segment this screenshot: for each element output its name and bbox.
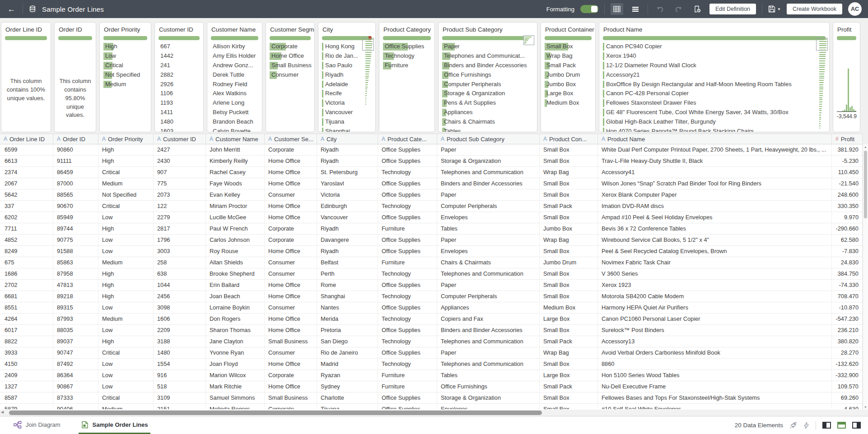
table-cell[interactable]: 1606: [154, 314, 206, 324]
table-cell[interactable]: Yaroslavl: [317, 178, 378, 189]
table-cell[interactable]: Telephones and Communication: [437, 167, 540, 178]
profile-value-item[interactable]: Derek Tuttle: [207, 70, 262, 80]
table-cell[interactable]: Belfast: [317, 257, 378, 268]
table-cell[interactable]: Corporate: [265, 144, 317, 155]
profile-value-item[interactable]: Canon PC-428 Personal Copier: [599, 89, 829, 98]
table-cell[interactable]: Brooke Shepherd: [206, 268, 265, 279]
profile-card-5[interactable]: Customer NameAllison KirbyAmy Ellis Hold…: [207, 22, 262, 132]
table-cell[interactable]: Low: [98, 370, 154, 381]
table-cell[interactable]: Perth: [317, 268, 378, 279]
table-cell[interactable]: Motorola SB4200 Cable Modem: [598, 291, 832, 302]
profile-value-item[interactable]: Large Box: [541, 89, 595, 98]
column-header-order-id[interactable]: AOrder ID: [53, 134, 98, 144]
table-cell[interactable]: 86364: [53, 370, 98, 381]
table-cell[interactable]: Small Box: [540, 246, 598, 257]
table-cell[interactable]: Tables: [437, 370, 540, 381]
table-cell[interactable]: 62.580: [832, 235, 863, 245]
table-cell[interactable]: 85949: [53, 212, 98, 223]
table-cell[interactable]: Kimberly Reilly: [206, 156, 265, 166]
column-header-product-name[interactable]: AProduct Name: [598, 134, 832, 144]
table-cell[interactable]: Envelopes: [437, 246, 540, 257]
table-cell[interactable]: 6613: [0, 156, 53, 166]
table-cell[interactable]: Home Office: [265, 156, 317, 166]
table-cell[interactable]: 2427: [154, 144, 206, 155]
table-cell[interactable]: 90406: [53, 404, 98, 409]
profile-value-item[interactable]: Pens & Art Supplies: [439, 98, 537, 108]
table-cell[interactable]: 3003: [154, 246, 206, 257]
profile-value-item[interactable]: Brandon Beach: [207, 117, 262, 127]
table-cell[interactable]: Office Furnishings: [437, 381, 540, 392]
table-cell[interactable]: 518: [154, 381, 206, 392]
table-cell[interactable]: 2456: [154, 291, 206, 302]
table-cell[interactable]: 8860: [598, 359, 832, 369]
table-cell[interactable]: 89037: [53, 336, 98, 347]
table-cell[interactable]: Telephones and Communication: [437, 359, 540, 369]
table-cell[interactable]: Furniture: [378, 257, 437, 268]
table-cell[interactable]: 47813: [53, 280, 98, 291]
table-cell[interactable]: 90747: [53, 347, 98, 358]
profile-value-item[interactable]: Wrap Bag: [541, 51, 595, 61]
table-cell[interactable]: 675: [0, 257, 53, 268]
table-cell[interactable]: Large Box: [540, 314, 598, 324]
profile-card-4[interactable]: Customer ID66714422412882292611061193141…: [154, 22, 204, 132]
table-cell[interactable]: Small Business: [265, 392, 317, 403]
table-cell[interactable]: Tijuana: [317, 404, 378, 409]
table-cell[interactable]: Riyadh: [317, 144, 378, 155]
table-cell[interactable]: Nantes: [317, 302, 378, 313]
profile-value-item[interactable]: Storage & Organization: [439, 89, 537, 98]
column-header-order-line-id[interactable]: AOrder Line ID: [0, 134, 53, 144]
table-cell[interactable]: Victoria: [317, 189, 378, 200]
table-cell[interactable]: 90670: [53, 201, 98, 212]
right-panel-layout-icon[interactable]: [852, 422, 861, 429]
table-cell[interactable]: Medium: [98, 257, 154, 268]
profile-card-11[interactable]: Product NameCanon PC940 CopierXerox 1940…: [599, 22, 830, 132]
profile-value-item[interactable]: 1603: [155, 127, 203, 132]
profile-value-item[interactable]: Calvin Boyette: [207, 127, 262, 132]
table-cell[interactable]: Don Rogers: [206, 314, 265, 324]
table-cell[interactable]: 248.600: [832, 189, 863, 200]
profile-value-item[interactable]: Alex Watkins: [207, 89, 262, 98]
table-cell[interactable]: 5642: [0, 189, 53, 200]
profile-card-8[interactable]: Product CategoryOffice SuppliesTechnolog…: [379, 22, 435, 132]
table-cell[interactable]: Rachel Casey: [206, 167, 265, 178]
table-cell[interactable]: Evan Kelley: [206, 189, 265, 200]
table-cell[interactable]: Sydney: [317, 381, 378, 392]
table-cell[interactable]: Wrap Bag: [540, 347, 598, 358]
table-cell[interactable]: Miriam Proctor: [206, 201, 265, 212]
table-cell[interactable]: 9.970: [832, 212, 863, 223]
table-cell[interactable]: Carlos Johnson: [206, 235, 265, 245]
table-cell[interactable]: 2374: [0, 167, 53, 178]
profile-value-item[interactable]: Andrew Gonz...: [207, 61, 262, 70]
table-cell[interactable]: Technology: [378, 167, 437, 178]
profile-value-item[interactable]: Tables: [439, 127, 537, 132]
reload-data-icon[interactable]: [691, 3, 704, 15]
table-cell[interactable]: 89315: [53, 302, 98, 313]
save-menu-caret-icon[interactable]: ▼: [777, 7, 781, 11]
table-cell[interactable]: 110.450: [832, 167, 863, 178]
table-cell[interactable]: Technology: [378, 336, 437, 347]
table-cell[interactable]: Home Office: [265, 246, 317, 257]
tab-sample-order-lines[interactable]: Sample Order Lines: [79, 416, 151, 434]
profile-card-9[interactable]: Product Sub CategoryPaperTelephones and …: [438, 22, 537, 132]
table-cell[interactable]: Office Supplies: [378, 404, 437, 409]
table-cell[interactable]: Wirebound Service Call Books, 5 1/2" x 4…: [598, 235, 832, 245]
profile-value-item[interactable]: BoxOffice By Design Rectangular and Half…: [599, 80, 829, 89]
table-cell[interactable]: Small Box: [540, 291, 598, 302]
profile-value-item[interactable]: Betsy Puckett: [207, 108, 262, 117]
table-cell[interactable]: 380.820: [832, 336, 863, 347]
profile-value-item[interactable]: Accessory21: [599, 70, 829, 80]
table-cell[interactable]: Technology: [378, 268, 437, 279]
lightning-icon[interactable]: [803, 422, 809, 429]
table-cell[interactable]: 28.270: [832, 347, 863, 358]
profile-value-item[interactable]: Low: [100, 51, 151, 61]
table-cell[interactable]: 384.750: [832, 268, 863, 279]
profile-value-item[interactable]: Canon PC940 Copier: [599, 42, 829, 51]
table-cell[interactable]: Home Office: [265, 381, 317, 392]
table-cell[interactable]: Xerox 1923: [598, 280, 832, 291]
table-cell[interactable]: 87993: [53, 314, 98, 324]
profile-value-item[interactable]: 1193: [155, 98, 203, 108]
table-cell[interactable]: Office Supplies: [378, 280, 437, 291]
table-cell[interactable]: Small Box: [540, 280, 598, 291]
table-cell[interactable]: Ampad #10 Peel & Seel Holiday Envelopes: [598, 212, 832, 223]
table-cell[interactable]: Small Pack: [540, 381, 598, 392]
